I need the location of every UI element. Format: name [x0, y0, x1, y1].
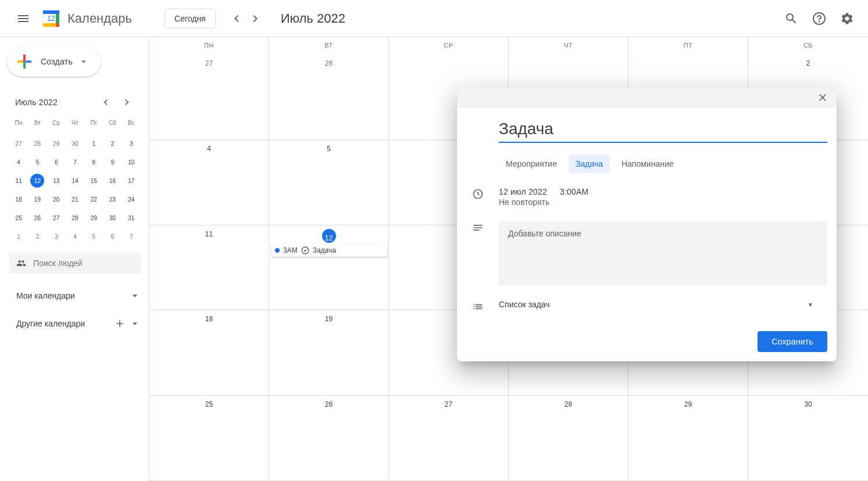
- day-cell[interactable]: 5: [269, 140, 389, 225]
- close-button[interactable]: [813, 88, 832, 107]
- task-title-input[interactable]: [499, 117, 827, 143]
- search-people-input[interactable]: [33, 259, 134, 268]
- day-cell[interactable]: 4: [149, 140, 269, 225]
- mini-day[interactable]: 10: [124, 155, 138, 169]
- mini-day[interactable]: 9: [106, 155, 120, 169]
- mini-calendar: Июль 2022 ПнВтСрЧтПтСбВс 272829301234567…: [7, 93, 149, 246]
- mini-day[interactable]: 6: [106, 229, 120, 243]
- tab-event[interactable]: Мероприятие: [499, 155, 564, 173]
- task-repeat[interactable]: Не повторять: [499, 198, 827, 207]
- mini-day[interactable]: 28: [68, 211, 82, 225]
- event-dot-icon: [275, 248, 280, 253]
- mini-day[interactable]: 19: [30, 192, 44, 206]
- search-people-field[interactable]: [9, 253, 141, 274]
- search-button[interactable]: [780, 7, 803, 30]
- mini-day[interactable]: 7: [124, 229, 138, 243]
- mini-day[interactable]: 24: [124, 192, 138, 206]
- mini-day[interactable]: 21: [68, 192, 82, 206]
- mini-day[interactable]: 18: [12, 192, 26, 206]
- task-datetime[interactable]: 12 июл 2022 3:00AM: [499, 187, 827, 196]
- mini-day[interactable]: 3: [124, 137, 138, 150]
- month-nav: [227, 9, 265, 28]
- day-cell[interactable]: 123AMЗадача: [269, 225, 389, 310]
- settings-button[interactable]: [835, 7, 859, 30]
- mini-day[interactable]: 5: [87, 229, 101, 243]
- mini-day[interactable]: 25: [12, 211, 26, 225]
- mini-day[interactable]: 3: [49, 229, 63, 243]
- mini-day[interactable]: 27: [49, 211, 63, 225]
- day-number: 5: [269, 140, 388, 153]
- task-popup: Мероприятие Задача Напоминание 12 июл 20…: [457, 87, 837, 361]
- mini-day[interactable]: 2: [30, 229, 44, 243]
- mini-day[interactable]: 22: [87, 192, 101, 206]
- day-cell[interactable]: 30: [748, 396, 868, 480]
- mini-prev-button[interactable]: [97, 93, 115, 112]
- mini-day[interactable]: 27: [12, 137, 26, 150]
- day-cell[interactable]: 25: [149, 396, 269, 480]
- mini-day[interactable]: 26: [30, 211, 44, 225]
- day-cell[interactable]: 28: [269, 55, 389, 139]
- create-button[interactable]: Создать: [7, 46, 101, 77]
- mini-day[interactable]: 16: [106, 174, 120, 188]
- day-cell[interactable]: 29: [628, 396, 748, 480]
- mini-day[interactable]: 1: [87, 137, 101, 150]
- help-button[interactable]: [808, 7, 831, 30]
- day-number: 30: [748, 396, 868, 408]
- mini-next-button[interactable]: [117, 93, 136, 112]
- task-list-label: Список задач: [499, 300, 550, 309]
- mini-day[interactable]: 13: [49, 174, 63, 188]
- mini-day[interactable]: 7: [68, 155, 82, 169]
- mini-day[interactable]: 28: [30, 137, 44, 150]
- mini-day[interactable]: 23: [106, 192, 120, 206]
- description-box[interactable]: [499, 221, 827, 286]
- day-number: 28: [509, 396, 628, 408]
- app-logo: 12 Календарь: [40, 7, 132, 30]
- mini-day[interactable]: 8: [87, 155, 101, 169]
- mini-calendar-title: Июль 2022: [15, 98, 58, 107]
- day-cell[interactable]: 26: [269, 396, 389, 480]
- day-cell[interactable]: 27: [389, 396, 509, 480]
- event-title: Задача: [313, 246, 336, 254]
- main-menu-button[interactable]: [9, 5, 37, 33]
- task-list-select[interactable]: Список задач ▼: [499, 300, 827, 309]
- mini-day[interactable]: 17: [124, 174, 138, 188]
- mini-day[interactable]: 14: [68, 174, 82, 188]
- tab-reminder[interactable]: Напоминание: [615, 155, 681, 173]
- mini-day[interactable]: 11: [12, 174, 26, 188]
- dow-header: СР: [389, 37, 509, 55]
- mini-day[interactable]: 12: [30, 174, 44, 188]
- prev-month-button[interactable]: [227, 9, 246, 28]
- mini-day[interactable]: 30: [106, 211, 120, 225]
- next-month-button[interactable]: [246, 9, 265, 28]
- tab-task[interactable]: Задача: [569, 155, 610, 173]
- chevron-left-icon: [100, 96, 112, 108]
- mini-day[interactable]: 6: [49, 155, 63, 169]
- day-cell[interactable]: 18: [149, 310, 269, 395]
- mini-day[interactable]: 30: [68, 137, 82, 150]
- plus-small-icon[interactable]: [114, 318, 126, 329]
- description-icon: [466, 221, 490, 234]
- mini-day[interactable]: 15: [87, 174, 101, 188]
- mini-day[interactable]: 5: [30, 155, 44, 169]
- day-cell[interactable]: 28: [509, 396, 628, 480]
- mini-day[interactable]: 2: [106, 137, 120, 150]
- mini-day[interactable]: 20: [49, 192, 63, 206]
- app-title: Календарь: [67, 11, 132, 26]
- day-cell[interactable]: 27: [149, 55, 269, 139]
- my-calendars-label: Мои календари: [16, 291, 75, 300]
- my-calendars-section[interactable]: Мои календари: [7, 290, 149, 301]
- save-button[interactable]: Сохранить: [758, 331, 827, 352]
- app-header: 12 Календарь Сегодня Июль 2022: [0, 0, 868, 37]
- today-button[interactable]: Сегодня: [165, 9, 216, 28]
- mini-day[interactable]: 31: [124, 211, 138, 225]
- day-cell[interactable]: 19: [269, 310, 389, 395]
- event-chip[interactable]: 3AMЗадача: [272, 244, 387, 257]
- mini-day[interactable]: 29: [87, 211, 101, 225]
- mini-day[interactable]: 4: [12, 155, 26, 169]
- mini-day[interactable]: 4: [68, 229, 82, 243]
- day-cell[interactable]: 11: [149, 225, 269, 310]
- description-input[interactable]: [508, 229, 818, 275]
- mini-day[interactable]: 29: [49, 137, 63, 150]
- other-calendars-section[interactable]: Другие календари: [7, 318, 149, 329]
- mini-day[interactable]: 1: [12, 229, 26, 243]
